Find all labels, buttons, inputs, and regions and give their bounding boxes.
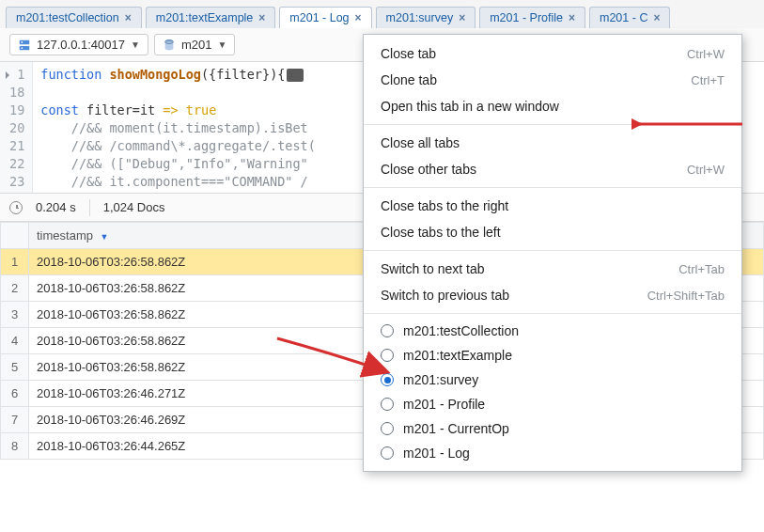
tab[interactable]: m201 - C× <box>589 7 670 28</box>
row-number: 1 <box>1 249 29 275</box>
cell-timestamp: 2018-10-06T03:26:58.862Z <box>29 302 413 328</box>
menu-separator <box>364 250 741 251</box>
row-number-header <box>1 223 29 249</box>
menu-item[interactable]: Close other tabsCtrl+W <box>364 156 741 182</box>
row-number: 2 <box>1 275 29 302</box>
close-icon[interactable]: × <box>355 11 362 24</box>
row-number: 3 <box>1 302 29 328</box>
menu-item-label: Close tabs to the right <box>381 198 508 213</box>
tab-label: m201 - Profile <box>490 11 563 24</box>
menu-item[interactable]: Clone tabCtrl+T <box>364 67 741 93</box>
svg-rect-1 <box>20 45 30 49</box>
menu-separator <box>364 124 741 125</box>
chevron-down-icon: ▼ <box>131 39 140 50</box>
tab-context-menu: Close tabCtrl+WClone tabCtrl+TOpen this … <box>363 34 742 472</box>
cell-timestamp: 2018-10-06T03:26:58.862Z <box>29 328 413 354</box>
tab[interactable]: m201:textExample× <box>146 7 276 28</box>
cell-timestamp: 2018-10-06T03:26:46.271Z <box>29 381 413 407</box>
row-number: 6 <box>1 381 29 407</box>
menu-item-label: Switch to previous tab <box>381 288 509 303</box>
chevron-down-icon: ▼ <box>217 39 226 50</box>
menu-item-label: Close all tabs <box>381 135 460 150</box>
close-icon[interactable]: × <box>653 11 660 24</box>
tab-label: m201 - Log <box>289 11 349 24</box>
menu-radio-item[interactable]: m201:textExample <box>364 343 741 368</box>
close-icon[interactable]: × <box>258 11 265 24</box>
menu-radio-item[interactable]: m201:testCollection <box>364 319 741 343</box>
close-icon[interactable]: × <box>125 11 132 24</box>
menu-separator <box>364 187 741 188</box>
elapsed-time: 0.204 s <box>36 200 76 214</box>
tab[interactable]: m201:survey× <box>376 7 476 28</box>
svg-rect-0 <box>20 39 30 43</box>
menu-shortcut: Ctrl+W <box>687 47 725 61</box>
menu-item[interactable]: Switch to next tabCtrl+Tab <box>364 256 741 282</box>
doc-count: 1,024 Docs <box>103 200 165 214</box>
cell-timestamp: 2018-10-06T03:26:58.862Z <box>29 354 413 381</box>
menu-shortcut: Ctrl+T <box>691 73 725 87</box>
col-timestamp[interactable]: timestamp ▼ <box>29 223 413 249</box>
separator <box>89 199 90 216</box>
row-number: 4 <box>1 328 29 354</box>
menu-radio-item[interactable]: m201 - CurrentOp <box>364 416 741 441</box>
menu-item-label: Switch to next tab <box>381 261 485 276</box>
tab[interactable]: m201 - Log× <box>279 7 371 28</box>
cell-timestamp: 2018-10-06T03:26:44.265Z <box>29 433 413 460</box>
row-number: 8 <box>1 433 29 460</box>
tab-label: m201 - C <box>600 11 647 24</box>
cell-timestamp: 2018-10-06T03:26:46.269Z <box>29 407 413 433</box>
menu-item[interactable]: Close tabs to the left <box>364 219 741 245</box>
row-number: 7 <box>1 407 29 433</box>
sort-asc-icon: ▼ <box>101 232 109 242</box>
menu-separator <box>364 313 741 314</box>
tab-label: m201:testCollection <box>16 11 119 24</box>
menu-shortcut: Ctrl+W <box>687 163 725 177</box>
editor-code[interactable]: function showMongoLog({filter}){ const f… <box>33 62 323 193</box>
row-number: 5 <box>1 354 29 381</box>
tab[interactable]: m201 - Profile× <box>479 7 585 28</box>
menu-item[interactable]: Close all tabs <box>364 130 741 156</box>
menu-item[interactable]: Close tabs to the right <box>364 193 741 219</box>
cell-timestamp: 2018-10-06T03:26:58.862Z <box>29 275 413 302</box>
menu-radio-item[interactable]: m201 - Profile <box>364 392 741 416</box>
menu-radio-label: m201 - CurrentOp <box>403 421 509 436</box>
menu-item-label: Close tabs to the left <box>381 225 501 240</box>
menu-item[interactable]: Open this tab in a new window <box>364 93 741 119</box>
tab-label: m201:textExample <box>156 11 254 24</box>
connection-label: 127.0.0.1:40017 <box>37 38 125 52</box>
database-icon <box>163 39 176 52</box>
database-label: m201 <box>181 38 212 52</box>
menu-item-label: Clone tab <box>381 72 437 87</box>
radio-icon <box>381 324 394 337</box>
radio-icon <box>381 373 394 386</box>
menu-radio-label: m201 - Log <box>403 446 470 461</box>
menu-item-label: Close other tabs <box>381 162 476 177</box>
menu-item[interactable]: Switch to previous tabCtrl+Shift+Tab <box>364 282 741 308</box>
close-icon[interactable]: × <box>459 11 465 24</box>
svg-point-3 <box>22 47 23 49</box>
server-icon <box>18 39 31 52</box>
menu-item-label: Close tab <box>381 46 436 61</box>
database-selector[interactable]: m201 ▼ <box>154 34 235 55</box>
svg-point-2 <box>22 41 23 43</box>
menu-shortcut: Ctrl+Tab <box>678 262 725 276</box>
col-label: timestamp <box>37 228 93 243</box>
cell-timestamp: 2018-10-06T03:26:58.862Z <box>29 249 413 275</box>
editor-gutter: 1181920212223 <box>0 62 33 193</box>
radio-icon <box>381 398 394 411</box>
tab-label: m201:survey <box>386 11 454 24</box>
radio-icon <box>381 422 394 435</box>
menu-radio-label: m201:testCollection <box>403 323 519 338</box>
connection-selector[interactable]: 127.0.0.1:40017 ▼ <box>9 34 148 55</box>
menu-radio-label: m201:textExample <box>403 348 512 363</box>
menu-radio-item[interactable]: m201:survey <box>364 368 741 392</box>
clock-icon <box>9 201 23 214</box>
close-icon[interactable]: × <box>569 11 575 24</box>
radio-icon <box>381 349 394 362</box>
menu-radio-item[interactable]: m201 - Log <box>364 441 741 465</box>
radio-icon <box>381 446 394 460</box>
tab-strip: m201:testCollection×m201:textExample×m20… <box>0 0 764 28</box>
menu-item-label: Open this tab in a new window <box>381 99 559 114</box>
menu-item[interactable]: Close tabCtrl+W <box>364 40 741 67</box>
tab[interactable]: m201:testCollection× <box>6 7 142 28</box>
